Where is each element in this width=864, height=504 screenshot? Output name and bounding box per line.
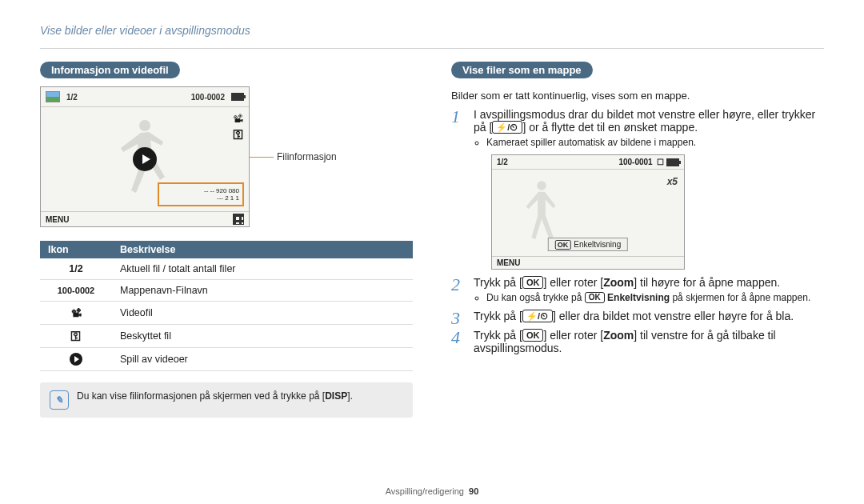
step-2-sub: Du kan også trykke på OK Enkeltvisning p… xyxy=(486,292,824,303)
ok-button: OK xyxy=(585,292,605,303)
step-2: Trykk på [OK] eller roter [Zoom] til høy… xyxy=(451,276,824,303)
table-row: Videofil xyxy=(40,302,413,325)
table-row: Beskyttet fil xyxy=(40,325,413,348)
folder-screenshot: 1/2 100-0001 ☐ x5 xyxy=(491,154,685,270)
icon-description-table: Ikon Beskrivelse 1/2 Aktuell fil / total… xyxy=(40,241,413,371)
play-button[interactable] xyxy=(133,147,157,171)
step-1-sub: Kameraet spiller automatisk av bildene i… xyxy=(486,137,824,148)
movie-icon xyxy=(71,306,82,319)
breadcrumb: Vise bilder eller videoer i avspillingsm… xyxy=(40,24,824,37)
single-view-button[interactable]: OKEnkeltvisning xyxy=(548,238,628,251)
file-counter: 1/2 xyxy=(66,93,78,102)
flash-timer-button: ⚡/⏲ xyxy=(522,310,553,322)
ok-button: OK xyxy=(522,329,544,342)
lock-icon xyxy=(70,330,82,342)
ok-button: OK xyxy=(522,276,544,289)
table-row: 1/2 Aktuell fil / totalt antall filer xyxy=(40,258,413,280)
battery-icon xyxy=(231,93,244,101)
play-icon xyxy=(70,353,82,366)
note-icon: ✎ xyxy=(50,390,69,410)
grid-icon[interactable] xyxy=(233,214,244,225)
step-4: Trykk på [OK] eller roter [Zoom] til ven… xyxy=(451,329,824,354)
page-footer: Avspilling/redigering 90 xyxy=(0,486,864,496)
file-info-overlay: -- -- 920 080 --- 2 1 1 xyxy=(158,182,244,206)
stack-count: x5 xyxy=(667,176,678,187)
table-row: Spill av videoer xyxy=(40,348,413,371)
step-1: I avspillingsmodus drar du bildet mot ve… xyxy=(451,108,824,270)
file-code: 100-0001 xyxy=(618,158,652,166)
step-3: Trykk på [⚡/⏲] eller dra bildet mot vens… xyxy=(451,310,824,322)
heading-video-info: Informasjon om videofil xyxy=(40,62,180,78)
movie-icon xyxy=(233,112,244,125)
lock-icon xyxy=(233,128,244,141)
file-code: 100-0002 xyxy=(191,93,225,102)
th-icon: Ikon xyxy=(40,241,112,258)
right-column: Vise filer som en mappe Bilder som er ta… xyxy=(451,62,824,418)
th-desc: Beskrivelse xyxy=(112,241,413,258)
heading-folder-view: Vise filer som en mappe xyxy=(451,62,593,78)
folder-intro: Bilder som er tatt kontinuerlig, vises s… xyxy=(451,90,824,102)
battery-icon xyxy=(666,158,679,166)
file-counter: 1/2 xyxy=(497,158,508,166)
thumbnail-icon xyxy=(46,91,60,102)
flash-timer-button: ⚡/⏲ xyxy=(492,121,522,134)
divider xyxy=(40,48,824,49)
video-info-screenshot: 1/2 100-0002 xyxy=(40,86,250,227)
left-column: Informasjon om videofil 1/2 100-0002 xyxy=(40,62,413,418)
table-row: 100-0002 Mappenavn-Filnavn xyxy=(40,280,413,302)
info-note: ✎ Du kan vise filinformasjonen på skjerm… xyxy=(40,382,413,418)
steps-list: I avspillingsmodus drar du bildet mot ve… xyxy=(451,108,824,354)
menu-label[interactable]: MENU xyxy=(46,215,69,224)
menu-label[interactable]: MENU xyxy=(497,258,520,267)
